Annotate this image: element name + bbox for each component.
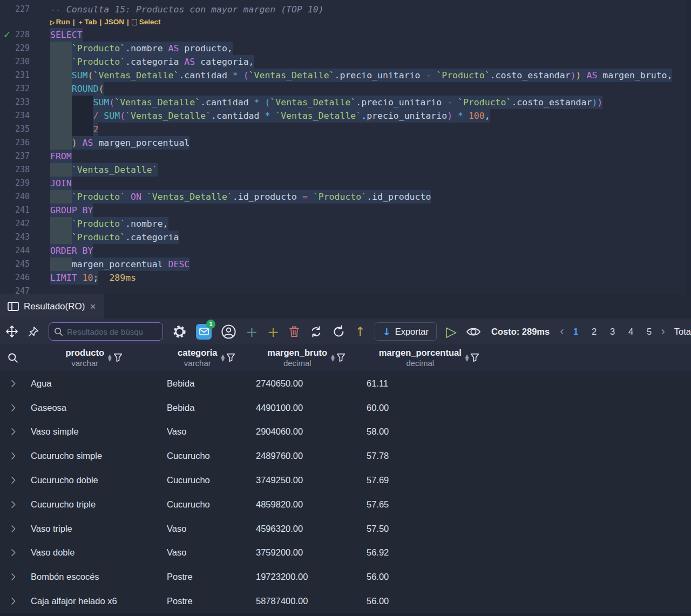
cell-margen_bruto[interactable]: 2904060.00 bbox=[251, 427, 362, 437]
cell-margen_bruto[interactable]: 2740650.00 bbox=[251, 378, 362, 389]
row-expander-icon[interactable] bbox=[0, 547, 26, 558]
delete-row-icon[interactable] bbox=[288, 325, 300, 338]
table-row[interactable]: Cucurucho tripleCucurucho4859820.0057.65 bbox=[0, 492, 691, 517]
move-icon[interactable] bbox=[5, 325, 18, 338]
page-button-5[interactable]: 5 bbox=[643, 327, 656, 337]
search-input[interactable] bbox=[67, 327, 153, 336]
cell-producto[interactable]: Cucurucho simple bbox=[26, 451, 162, 461]
sort-icon[interactable]: ▲▼ bbox=[331, 354, 335, 362]
prev-page-icon[interactable]: ‹ bbox=[560, 326, 564, 337]
cell-categoria[interactable]: Postre bbox=[162, 572, 251, 582]
json-action[interactable]: JSON bbox=[104, 16, 124, 28]
sort-icon[interactable]: ▲▼ bbox=[221, 354, 225, 362]
cell-margen_bruto[interactable]: 3759200.00 bbox=[251, 547, 362, 558]
pin-icon[interactable] bbox=[28, 326, 39, 337]
row-expander-icon[interactable] bbox=[0, 378, 26, 389]
sort-icon[interactable]: ▲▼ bbox=[465, 354, 469, 362]
cell-categoria[interactable]: Postre bbox=[162, 596, 251, 606]
page-button-2[interactable]: 2 bbox=[588, 327, 601, 337]
cell-margen_porcentual[interactable]: 56.00 bbox=[362, 596, 497, 606]
table-row[interactable]: Vaso tripleVaso4596320.0057.50 bbox=[0, 517, 691, 541]
table-row[interactable]: Caja alfajor helado x6Postre58787400.005… bbox=[0, 589, 691, 613]
sql-editor[interactable]: 227 -- Consulta 15: Productos con mayor … bbox=[0, 0, 691, 294]
column-header-margen-bruto[interactable]: margen_brutodecimal ▲▼ bbox=[251, 348, 362, 368]
select-action[interactable]: Select bbox=[132, 16, 161, 28]
sync-icon[interactable] bbox=[309, 325, 323, 339]
cell-margen_bruto[interactable]: 4490100.00 bbox=[251, 403, 362, 413]
cell-categoria[interactable]: Bebida bbox=[162, 403, 251, 413]
cell-margen_porcentual[interactable]: 56.00 bbox=[362, 572, 497, 582]
row-expander-icon[interactable] bbox=[0, 572, 26, 582]
row-expander-icon[interactable] bbox=[0, 524, 26, 534]
row-search-icon[interactable] bbox=[0, 353, 26, 363]
filter-icon[interactable] bbox=[226, 353, 235, 362]
cell-margen_porcentual[interactable]: 57.69 bbox=[362, 475, 497, 485]
cell-margen_bruto[interactable]: 58787400.00 bbox=[251, 596, 362, 606]
cell-categoria[interactable]: Cucurucho bbox=[162, 499, 251, 510]
add-row-icon[interactable]: + bbox=[246, 324, 258, 339]
row-expander-icon[interactable] bbox=[0, 451, 26, 461]
filter-icon[interactable] bbox=[470, 353, 479, 362]
cell-producto[interactable]: Cucurucho doble bbox=[26, 475, 162, 485]
settings-gear-icon[interactable] bbox=[172, 324, 187, 339]
editor-scrollbar[interactable] bbox=[686, 0, 691, 294]
table-row[interactable]: AguaBebida2740650.0061.11 bbox=[0, 371, 691, 396]
row-expander-icon[interactable] bbox=[0, 403, 26, 413]
cell-margen_porcentual[interactable]: 57.78 bbox=[362, 451, 497, 461]
cell-margen_porcentual[interactable]: 60.00 bbox=[362, 403, 497, 413]
cell-producto[interactable]: Bombón escocés bbox=[26, 572, 162, 582]
table-row[interactable]: GaseosaBebida4490100.0060.00 bbox=[0, 396, 691, 420]
cell-margen_bruto[interactable]: 19723200.00 bbox=[251, 572, 362, 582]
cell-categoria[interactable]: Vaso bbox=[162, 427, 251, 437]
cell-margen_porcentual[interactable]: 61.11 bbox=[362, 378, 497, 389]
cell-categoria[interactable]: Cucurucho bbox=[162, 475, 251, 485]
mail-notification-icon[interactable]: 1 bbox=[196, 324, 212, 340]
add-copy-row-icon[interactable]: + bbox=[267, 324, 280, 339]
column-header-producto[interactable]: productovarchar ▲▼ bbox=[26, 348, 162, 368]
cell-categoria[interactable]: Bebida bbox=[162, 378, 251, 389]
row-expander-icon[interactable] bbox=[0, 475, 26, 485]
upload-icon[interactable]: ↑ bbox=[355, 324, 365, 339]
page-button-1[interactable]: 1 bbox=[570, 327, 582, 337]
cell-categoria[interactable]: Vaso bbox=[162, 547, 251, 558]
cell-categoria[interactable]: Cucurucho bbox=[162, 451, 251, 461]
page-button-4[interactable]: 4 bbox=[625, 327, 638, 337]
row-expander-icon[interactable] bbox=[0, 499, 26, 510]
filter-icon[interactable] bbox=[113, 353, 123, 362]
export-button[interactable]: ↓ Exportar bbox=[375, 322, 437, 341]
cell-producto[interactable]: Cucurucho triple bbox=[26, 499, 162, 510]
refresh-icon[interactable] bbox=[332, 325, 346, 339]
page-button-3[interactable]: 3 bbox=[606, 327, 619, 337]
cell-producto[interactable]: Caja alfajor helado x6 bbox=[26, 596, 162, 606]
cell-margen_bruto[interactable]: 4596320.00 bbox=[251, 524, 362, 534]
row-expander-icon[interactable] bbox=[0, 596, 26, 606]
cell-producto[interactable]: Vaso doble bbox=[26, 547, 162, 558]
sort-icon[interactable]: ▲▼ bbox=[108, 354, 112, 362]
cell-margen_bruto[interactable]: 3749250.00 bbox=[251, 475, 362, 485]
next-page-icon[interactable]: › bbox=[661, 326, 665, 337]
table-row[interactable]: Cucurucho dobleCucurucho3749250.0057.69 bbox=[0, 468, 691, 492]
cell-margen_porcentual[interactable]: 57.65 bbox=[362, 499, 497, 510]
cell-margen_porcentual[interactable]: 56.92 bbox=[362, 547, 497, 558]
preview-eye-icon[interactable] bbox=[466, 326, 481, 337]
cell-categoria[interactable]: Vaso bbox=[162, 524, 251, 534]
column-header-margen-porcentual[interactable]: margen_porcentualdecimal ▲▼ bbox=[362, 348, 497, 368]
run-action[interactable]: ▷Run bbox=[50, 16, 70, 28]
table-row[interactable]: Bombón escocésPostre19723200.0056.00 bbox=[0, 565, 691, 589]
tab-resultado[interactable]: Resultado(RO) × bbox=[0, 294, 104, 319]
new-tab-action[interactable]: ＋Tab bbox=[78, 16, 97, 28]
filter-icon[interactable] bbox=[336, 353, 346, 362]
cell-margen_bruto[interactable]: 2489760.00 bbox=[251, 451, 362, 461]
table-row[interactable]: Vaso simpleVaso2904060.0058.00 bbox=[0, 420, 691, 444]
column-header-categoria[interactable]: categoriavarchar ▲▼ bbox=[162, 348, 251, 368]
cell-producto[interactable]: Gaseosa bbox=[26, 403, 162, 413]
run-icon[interactable]: ▷ bbox=[446, 324, 457, 339]
table-row[interactable]: Cucurucho simpleCucurucho2489760.0057.78 bbox=[0, 444, 691, 468]
cell-margen_porcentual[interactable]: 57.50 bbox=[362, 524, 497, 534]
cell-margen_porcentual[interactable]: 58.00 bbox=[362, 427, 497, 437]
table-row[interactable]: Vaso dobleVaso3759200.0056.92 bbox=[0, 541, 691, 565]
user-account-icon[interactable] bbox=[221, 324, 236, 340]
cell-producto[interactable]: Vaso simple bbox=[26, 427, 162, 437]
cell-margen_bruto[interactable]: 4859820.00 bbox=[251, 499, 362, 510]
row-expander-icon[interactable] bbox=[0, 427, 26, 437]
